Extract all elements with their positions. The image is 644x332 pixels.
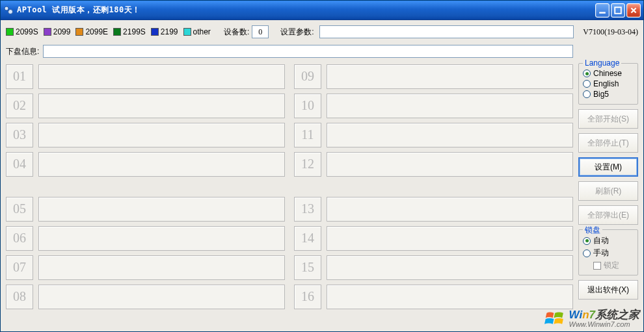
settings-button[interactable]: 设置(M) xyxy=(578,157,638,177)
slot-number: 12 xyxy=(294,152,321,177)
legend-swatch xyxy=(6,28,14,36)
slot-bar[interactable] xyxy=(327,226,573,251)
slot-bar[interactable] xyxy=(38,94,285,118)
slot-bar[interactable] xyxy=(327,255,573,280)
slot-08: 08 xyxy=(6,283,285,310)
slot-bar[interactable] xyxy=(38,255,285,280)
refresh-button[interactable]: 刷新(R) xyxy=(578,181,638,201)
app-window: APTool 试用版本，还剩180天！ 2099S20992099E2199S2… xyxy=(0,0,644,332)
slot-06: 06 xyxy=(6,225,285,251)
legend: 2099S20992099E2199S2199other xyxy=(6,27,215,36)
slot-bar[interactable] xyxy=(327,64,573,89)
legend-swatch xyxy=(44,28,51,36)
language-legend: Language xyxy=(583,58,621,68)
lang-big5-radio[interactable]: Big5 xyxy=(583,90,634,99)
slot-number: 01 xyxy=(6,64,33,89)
slot-bar[interactable] xyxy=(327,123,573,147)
slot-number: 09 xyxy=(294,64,321,89)
legend-item: 2099S xyxy=(6,27,38,36)
slot-number: 14 xyxy=(294,226,321,251)
slot-bar[interactable] xyxy=(38,64,285,89)
titlebar[interactable]: APTool 试用版本，还剩180天！ xyxy=(1,1,643,20)
legend-swatch xyxy=(75,28,83,36)
slot-number: 02 xyxy=(6,94,33,118)
param-label: 设置参数: xyxy=(280,27,314,38)
slot-number: 06 xyxy=(6,226,33,251)
legend-swatch xyxy=(151,28,159,36)
slot-number: 05 xyxy=(6,197,33,222)
app-icon xyxy=(3,5,14,16)
version-label: V7100(19-03-04) xyxy=(583,27,638,37)
legend-item: 2099 xyxy=(44,27,71,36)
lang-english-radio[interactable]: English xyxy=(583,79,634,88)
slot-07: 07 xyxy=(6,254,285,281)
lock-manual-radio[interactable]: 手动 xyxy=(583,248,634,259)
legend-label: 2099S xyxy=(16,27,38,36)
eject-all-button[interactable]: 全部弹出(E) xyxy=(578,205,638,225)
stop-all-button[interactable]: 全部停止(T) xyxy=(578,133,638,153)
minimize-button[interactable] xyxy=(595,3,610,18)
language-group: Language Chinese English Big5 xyxy=(578,63,638,105)
slot-bar[interactable] xyxy=(38,123,285,147)
svg-rect-3 xyxy=(615,7,621,14)
download-info-label: 下盘信息: xyxy=(6,46,39,57)
slot-bar[interactable] xyxy=(327,152,573,177)
lockdisk-legend: 锁盘 xyxy=(583,225,602,236)
slot-10: 10 xyxy=(294,92,573,119)
slot-15: 15 xyxy=(294,254,573,281)
legend-item: 2199S xyxy=(113,27,146,36)
slots-area: 0102030405060708 0910111213141516 xyxy=(6,63,573,326)
maximize-button[interactable] xyxy=(611,3,625,18)
slot-14: 14 xyxy=(294,225,573,251)
download-info-input[interactable] xyxy=(43,45,573,58)
slot-02: 02 xyxy=(6,92,285,119)
slot-bar[interactable] xyxy=(327,94,573,118)
slot-number: 16 xyxy=(294,285,321,309)
slot-bar[interactable] xyxy=(327,197,573,222)
lang-chinese-radio[interactable]: Chinese xyxy=(583,69,634,78)
slot-09: 09 xyxy=(294,63,573,90)
slot-13: 13 xyxy=(294,196,573,222)
legend-swatch xyxy=(183,28,191,36)
slot-01: 01 xyxy=(6,63,285,90)
slot-number: 11 xyxy=(294,123,321,147)
close-button[interactable] xyxy=(626,3,641,18)
slot-04: 04 xyxy=(6,151,285,177)
slot-number: 08 xyxy=(6,285,33,309)
window-title: APTool 试用版本，还剩180天！ xyxy=(17,5,141,16)
slot-number: 07 xyxy=(6,255,33,280)
slot-number: 13 xyxy=(294,197,321,222)
legend-label: other xyxy=(193,27,211,36)
legend-item: 2199 xyxy=(151,27,178,36)
legend-label: 2099E xyxy=(85,27,108,36)
legend-label: 2199S xyxy=(123,27,146,36)
slot-bar[interactable] xyxy=(38,152,285,177)
slot-number: 04 xyxy=(6,152,33,177)
slot-number: 15 xyxy=(294,255,321,280)
slot-03: 03 xyxy=(6,121,285,148)
start-all-button[interactable]: 全部开始(S) xyxy=(578,109,638,129)
slot-number: 10 xyxy=(294,94,321,118)
device-count-label: 设备数: xyxy=(224,27,249,38)
lock-auto-radio[interactable]: 自动 xyxy=(583,235,634,246)
param-input[interactable] xyxy=(319,25,574,38)
legend-item: other xyxy=(183,27,211,36)
legend-item: 2099E xyxy=(75,27,108,36)
legend-label: 2199 xyxy=(161,27,178,36)
slot-number: 03 xyxy=(6,123,33,147)
legend-label: 2099 xyxy=(53,27,71,36)
slot-16: 16 xyxy=(294,283,573,310)
slot-bar[interactable] xyxy=(327,285,573,309)
slot-bar[interactable] xyxy=(38,285,285,309)
lockdisk-group: 锁盘 自动 手动 锁定 xyxy=(578,229,638,275)
slot-05: 05 xyxy=(6,196,285,222)
slot-11: 11 xyxy=(294,121,573,148)
slot-bar[interactable] xyxy=(38,226,285,251)
svg-rect-2 xyxy=(599,12,606,13)
device-count-value: 0 xyxy=(252,25,269,38)
lock-checkbox: 锁定 xyxy=(593,260,634,271)
legend-swatch xyxy=(113,28,121,36)
slot-bar[interactable] xyxy=(38,197,285,222)
exit-button[interactable]: 退出软件(X) xyxy=(578,280,638,300)
slot-12: 12 xyxy=(294,151,573,177)
